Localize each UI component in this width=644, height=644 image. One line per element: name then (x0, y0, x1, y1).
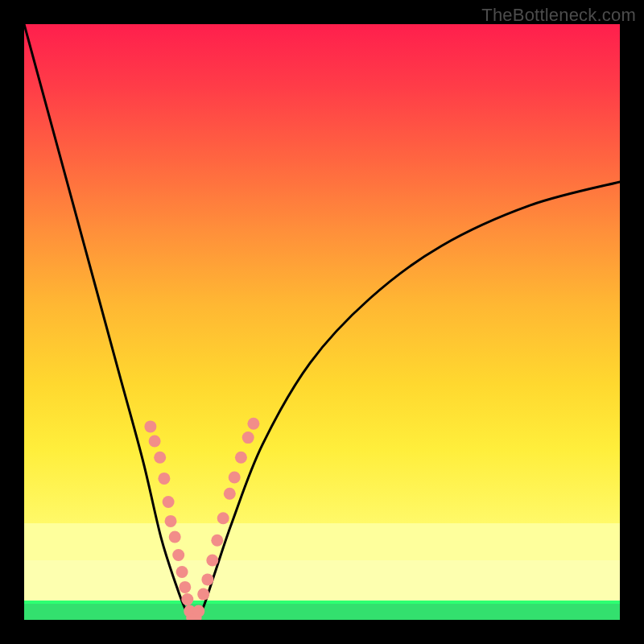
band-bright-green (24, 601, 620, 604)
band-green (24, 604, 620, 620)
band-pale-yellow-upper (24, 523, 620, 560)
band-pale-yellow-lower (24, 560, 620, 601)
plot-area (24, 24, 620, 620)
watermark-text: TheBottleneck.com (481, 5, 636, 26)
gradient-background (24, 24, 620, 523)
chart-canvas: TheBottleneck.com (0, 0, 644, 644)
